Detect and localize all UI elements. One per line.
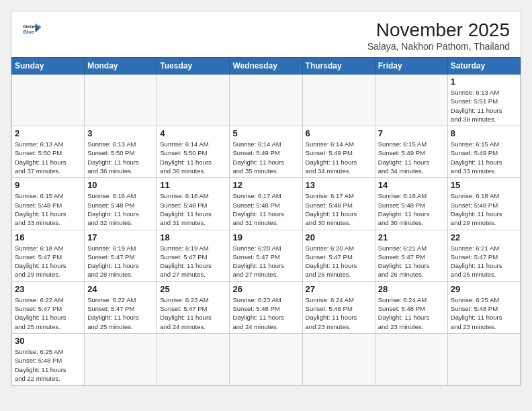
calendar-cell (230, 333, 302, 385)
calendar-cell (302, 333, 375, 385)
calendar-cell: 27Sunrise: 6:24 AM Sunset: 5:48 PM Dayli… (302, 281, 375, 333)
day-info: Sunrise: 6:13 AM Sunset: 5:50 PM Dayligh… (15, 140, 81, 175)
day-number: 14 (378, 180, 445, 190)
calendar-cell: 1Sunrise: 6:13 AM Sunset: 5:51 PM Daylig… (447, 75, 520, 126)
calendar-cell: 9Sunrise: 6:15 AM Sunset: 5:48 PM Daylig… (12, 178, 85, 230)
day-number: 19 (232, 232, 299, 242)
day-number: 25 (160, 284, 226, 294)
day-number: 15 (451, 180, 517, 190)
calendar-cell: 5Sunrise: 6:14 AM Sunset: 5:49 PM Daylig… (230, 126, 302, 178)
day-number: 6 (306, 128, 372, 138)
day-info: Sunrise: 6:22 AM Sunset: 5:47 PM Dayligh… (87, 295, 154, 331)
day-info: Sunrise: 6:24 AM Sunset: 5:48 PM Dayligh… (378, 295, 445, 331)
calendar-cell: 13Sunrise: 6:17 AM Sunset: 5:48 PM Dayli… (302, 178, 375, 230)
calendar-cell: 18Sunrise: 6:19 AM Sunset: 5:47 PM Dayli… (157, 230, 230, 281)
day-info: Sunrise: 6:15 AM Sunset: 5:49 PM Dayligh… (451, 140, 517, 175)
week-row-1: 1Sunrise: 6:13 AM Sunset: 5:51 PM Daylig… (12, 75, 521, 126)
day-info: Sunrise: 6:18 AM Sunset: 5:47 PM Dayligh… (15, 244, 81, 279)
calendar-cell (85, 333, 157, 385)
day-info: Sunrise: 6:21 AM Sunset: 5:47 PM Dayligh… (378, 244, 445, 279)
calendar-cell: 14Sunrise: 6:18 AM Sunset: 5:48 PM Dayli… (375, 178, 447, 230)
day-info: Sunrise: 6:24 AM Sunset: 5:48 PM Dayligh… (306, 295, 372, 331)
calendar-cell: 26Sunrise: 6:23 AM Sunset: 5:48 PM Dayli… (230, 281, 302, 333)
calendar-cell (375, 75, 447, 126)
day-header-monday: Monday (85, 58, 157, 75)
day-info: Sunrise: 6:23 AM Sunset: 5:47 PM Dayligh… (160, 295, 226, 331)
day-number: 24 (87, 284, 154, 294)
week-row-6: 30Sunrise: 6:25 AM Sunset: 5:48 PM Dayli… (12, 333, 521, 385)
subtitle: Salaya, Nakhon Pathom, Thailand (367, 41, 510, 52)
day-number: 21 (378, 232, 445, 242)
calendar-cell: 30Sunrise: 6:25 AM Sunset: 5:48 PM Dayli… (12, 333, 85, 385)
day-info: Sunrise: 6:25 AM Sunset: 5:48 PM Dayligh… (451, 295, 517, 331)
day-header-tuesday: Tuesday (157, 58, 230, 75)
day-info: Sunrise: 6:17 AM Sunset: 5:48 PM Dayligh… (232, 191, 299, 227)
day-number: 22 (451, 232, 517, 242)
day-info: Sunrise: 6:16 AM Sunset: 5:48 PM Dayligh… (87, 191, 154, 227)
days-header-row: SundayMondayTuesdayWednesdayThursdayFrid… (12, 58, 521, 75)
calendar-cell: 6Sunrise: 6:14 AM Sunset: 5:49 PM Daylig… (302, 126, 375, 178)
day-number: 5 (232, 128, 299, 138)
calendar-cell: 11Sunrise: 6:16 AM Sunset: 5:48 PM Dayli… (157, 178, 230, 230)
calendar-cell (12, 75, 85, 126)
calendar-cell: 8Sunrise: 6:15 AM Sunset: 5:49 PM Daylig… (447, 126, 520, 178)
calendar-cell: 16Sunrise: 6:18 AM Sunset: 5:47 PM Dayli… (12, 230, 85, 281)
day-number: 26 (232, 284, 299, 294)
calendar-cell (375, 333, 447, 385)
day-info: Sunrise: 6:19 AM Sunset: 5:47 PM Dayligh… (160, 244, 226, 279)
day-number: 16 (15, 232, 81, 242)
day-info: Sunrise: 6:21 AM Sunset: 5:47 PM Dayligh… (451, 244, 517, 279)
calendar-header: General Blue November 2025 Salaya, Nakho… (11, 11, 521, 57)
day-number: 17 (87, 232, 154, 242)
calendar-cell: 12Sunrise: 6:17 AM Sunset: 5:48 PM Dayli… (230, 178, 302, 230)
calendar-cell: 7Sunrise: 6:15 AM Sunset: 5:49 PM Daylig… (375, 126, 447, 178)
day-number: 7 (378, 128, 445, 138)
day-number: 12 (232, 180, 299, 190)
day-info: Sunrise: 6:17 AM Sunset: 5:48 PM Dayligh… (306, 191, 372, 227)
day-header-sunday: Sunday (12, 58, 85, 75)
day-info: Sunrise: 6:20 AM Sunset: 5:47 PM Dayligh… (232, 244, 299, 279)
day-info: Sunrise: 6:14 AM Sunset: 5:49 PM Dayligh… (306, 140, 372, 175)
day-number: 8 (451, 128, 517, 138)
day-info: Sunrise: 6:15 AM Sunset: 5:48 PM Dayligh… (15, 191, 81, 227)
day-number: 28 (378, 284, 445, 294)
day-header-friday: Friday (375, 58, 447, 75)
day-number: 23 (15, 284, 81, 294)
week-row-2: 2Sunrise: 6:13 AM Sunset: 5:50 PM Daylig… (12, 126, 521, 178)
day-info: Sunrise: 6:23 AM Sunset: 5:48 PM Dayligh… (232, 295, 299, 331)
calendar-table: SundayMondayTuesdayWednesdayThursdayFrid… (11, 57, 521, 385)
day-number: 2 (15, 128, 81, 138)
week-row-3: 9Sunrise: 6:15 AM Sunset: 5:48 PM Daylig… (12, 178, 521, 230)
calendar-cell (157, 75, 230, 126)
day-number: 29 (451, 284, 517, 294)
day-info: Sunrise: 6:14 AM Sunset: 5:50 PM Dayligh… (160, 140, 226, 175)
calendar-cell: 21Sunrise: 6:21 AM Sunset: 5:47 PM Dayli… (375, 230, 447, 281)
day-info: Sunrise: 6:14 AM Sunset: 5:49 PM Dayligh… (232, 140, 299, 175)
calendar-container: General Blue November 2025 Salaya, Nakho… (11, 11, 521, 386)
day-info: Sunrise: 6:18 AM Sunset: 5:48 PM Dayligh… (451, 191, 517, 227)
calendar-cell: 19Sunrise: 6:20 AM Sunset: 5:47 PM Dayli… (230, 230, 302, 281)
calendar-cell: 10Sunrise: 6:16 AM Sunset: 5:48 PM Dayli… (85, 178, 157, 230)
calendar-cell: 28Sunrise: 6:24 AM Sunset: 5:48 PM Dayli… (375, 281, 447, 333)
day-number: 1 (451, 77, 517, 87)
day-info: Sunrise: 6:15 AM Sunset: 5:49 PM Dayligh… (378, 140, 445, 175)
calendar-cell: 15Sunrise: 6:18 AM Sunset: 5:48 PM Dayli… (447, 178, 520, 230)
day-number: 10 (87, 180, 154, 190)
week-row-5: 23Sunrise: 6:22 AM Sunset: 5:47 PM Dayli… (12, 281, 521, 333)
day-number: 3 (87, 128, 154, 138)
calendar-cell (157, 333, 230, 385)
calendar-cell: 17Sunrise: 6:19 AM Sunset: 5:47 PM Dayli… (85, 230, 157, 281)
calendar-cell: 4Sunrise: 6:14 AM Sunset: 5:50 PM Daylig… (157, 126, 230, 178)
day-info: Sunrise: 6:20 AM Sunset: 5:47 PM Dayligh… (306, 244, 372, 279)
day-header-thursday: Thursday (302, 58, 375, 75)
calendar-cell (230, 75, 302, 126)
day-number: 4 (160, 128, 226, 138)
day-info: Sunrise: 6:13 AM Sunset: 5:51 PM Dayligh… (451, 88, 517, 124)
calendar-cell: 23Sunrise: 6:22 AM Sunset: 5:47 PM Dayli… (12, 281, 85, 333)
day-number: 27 (306, 284, 372, 294)
calendar-cell: 3Sunrise: 6:13 AM Sunset: 5:50 PM Daylig… (85, 126, 157, 178)
day-info: Sunrise: 6:13 AM Sunset: 5:50 PM Dayligh… (87, 140, 154, 175)
title-block: November 2025 Salaya, Nakhon Pathom, Tha… (367, 19, 510, 52)
day-info: Sunrise: 6:16 AM Sunset: 5:48 PM Dayligh… (160, 191, 226, 227)
calendar-cell (447, 333, 520, 385)
